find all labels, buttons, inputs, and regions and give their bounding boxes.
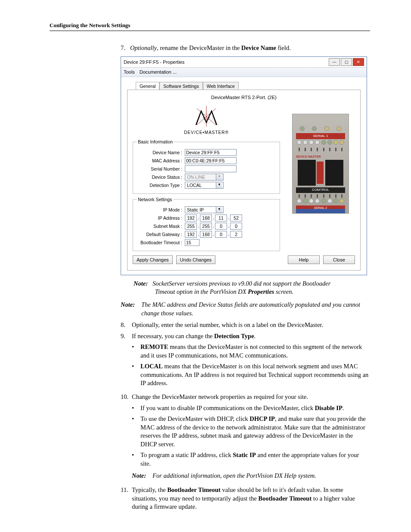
bootloader-timeout-label: Bootloader Timeout : <box>137 240 182 246</box>
step-number: 7. <box>121 44 130 53</box>
device-name-input[interactable] <box>185 149 237 156</box>
close-button[interactable]: Close <box>323 255 355 264</box>
close-window-button[interactable]: ✕ <box>353 58 364 66</box>
tab-panel-general: DeviceMaster RTS 2-Port. (2E) <box>127 90 361 271</box>
note-socketserver: Note: SocketServer versions previous to … <box>134 280 370 296</box>
gw-octet-3[interactable] <box>215 231 227 238</box>
basic-information-group: Basic Information Device Name : MAC Addr… <box>133 139 280 193</box>
ip-octet-1[interactable] <box>185 215 197 221</box>
device-status-select: ON-LINE ▼ <box>185 174 224 180</box>
running-header: Configuring the Network Settings <box>50 22 370 29</box>
subnet-mask-label: Subnet Mask : <box>137 223 182 229</box>
ip-mode-label: IP Mode : <box>137 207 182 213</box>
device-name-label: Device Name : <box>137 149 182 156</box>
device-dm-label: DEVICE MASTER <box>296 155 345 159</box>
mask-octet-2[interactable] <box>200 223 212 230</box>
bootloader-timeout-input[interactable] <box>185 239 199 246</box>
window-controls: — ▢ ✕ <box>329 58 364 66</box>
serial-number-label: Serial Number : <box>137 166 182 172</box>
device-status-label: Device Status : <box>137 174 182 180</box>
chevron-down-icon[interactable]: ▼ <box>216 207 222 213</box>
mask-octet-1[interactable] <box>185 223 197 230</box>
ip-mode-select[interactable]: Static IP ▼ <box>185 206 224 213</box>
detection-type-select[interactable]: LOCAL ▼ <box>185 182 224 189</box>
step-7: 7. Optionally, rename the DeviceMaster i… <box>121 44 370 53</box>
header-rule <box>50 31 370 31</box>
default-gateway-label: Default Gateway : <box>137 231 182 237</box>
mac-address-input <box>185 157 237 164</box>
serial-number-input[interactable] <box>185 165 237 172</box>
tab-strip: GeneralSoftware SettingsWeb Interface <box>136 81 361 90</box>
window-title: Device 29:FF:F5 - Properties <box>124 59 329 65</box>
step-8: 8. Optionally, enter the serial number, … <box>121 321 370 330</box>
step-9: 9. If necessary, you can change the Dete… <box>121 332 370 390</box>
tab-general[interactable]: General <box>136 82 159 90</box>
ip-octet-2[interactable] <box>200 215 212 221</box>
note-mac-status: Note: The MAC address and Device Status … <box>121 301 370 317</box>
tab-web-interface[interactable]: Web Interface <box>203 82 239 90</box>
chevron-down-icon: ▼ <box>216 174 222 180</box>
devicemaster-logo: DEV/CE•MASTER® <box>133 105 280 136</box>
undo-changes-button[interactable]: Undo Changes <box>176 255 215 264</box>
network-settings-group: Network Settings IP Mode : Static IP ▼ I… <box>133 196 280 251</box>
apply-changes-button[interactable]: Apply Changes <box>133 255 173 264</box>
gw-octet-2[interactable] <box>200 231 212 238</box>
help-button[interactable]: Help <box>288 255 320 264</box>
mac-address-label: MAC Address : <box>137 158 182 164</box>
gw-octet-4[interactable] <box>230 231 242 238</box>
ip-octet-4[interactable] <box>230 215 242 221</box>
menu-tools[interactable]: Tools <box>124 69 135 75</box>
ip-address-label: IP Address : <box>137 215 182 221</box>
device-comtrol-label: COMTROL <box>296 187 345 193</box>
page-content: 7. Optionally, rename the DeviceMaster i… <box>121 44 370 511</box>
mask-octet-4[interactable] <box>230 223 242 230</box>
device-model-title: DeviceMaster RTS 2-Port. (2E) <box>133 94 355 101</box>
network-legend: Network Settings <box>137 196 173 202</box>
mask-octet-3[interactable] <box>215 223 227 230</box>
menu-bar: Tools Documentation ... <box>121 68 367 77</box>
tab-software-settings[interactable]: Software Settings <box>159 82 202 90</box>
device-serial1-label: SERIAL 1 <box>296 133 345 139</box>
device-image: SERIAL 1 DEVICE MASTER COMTROL SERIAL 2 <box>292 114 349 214</box>
step-10: 10. Change the DeviceMaster network prop… <box>121 393 370 483</box>
ip-octet-3[interactable] <box>215 215 227 221</box>
properties-dialog: Device 29:FF:F5 - Properties — ▢ ✕ Tools… <box>121 56 367 275</box>
chevron-down-icon[interactable]: ▼ <box>216 182 222 188</box>
logo-icon <box>193 105 219 128</box>
maximize-button[interactable]: ▢ <box>341 58 352 66</box>
titlebar: Device 29:FF:F5 - Properties — ▢ ✕ <box>121 57 367 68</box>
menu-documentation[interactable]: Documentation ... <box>140 69 177 75</box>
detection-type-label: Detection Type : <box>137 182 182 188</box>
step-text: Optionally, rename the DeviceMaster in t… <box>130 44 291 53</box>
logo-text: DEV/CE•MASTER® <box>133 130 280 136</box>
minimize-button[interactable]: — <box>329 58 340 66</box>
step-11: 11. Typically, the Bootloader Timeout va… <box>121 486 370 511</box>
gw-octet-1[interactable] <box>185 231 197 238</box>
basic-legend: Basic Information <box>137 139 174 145</box>
dialog-bottom-buttons: Apply Changes Undo Changes Help Close <box>133 255 355 264</box>
dialog-body: GeneralSoftware SettingsWeb Interface De… <box>121 77 367 275</box>
